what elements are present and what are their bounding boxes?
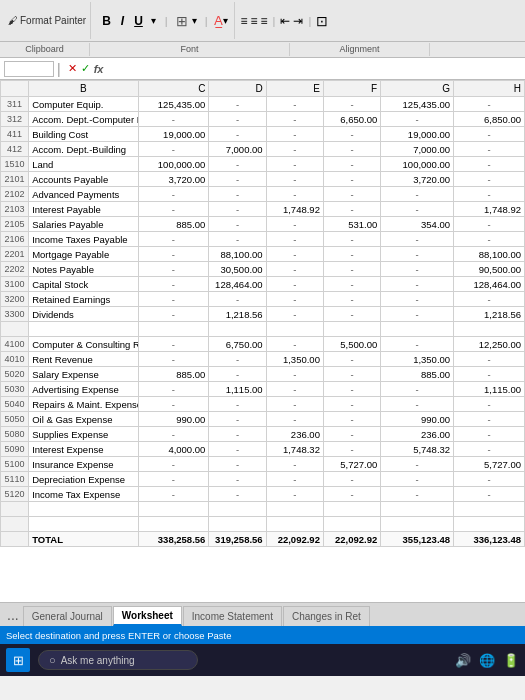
underline-dropdown[interactable]: ▾ xyxy=(151,15,156,26)
cell-e-25[interactable]: - xyxy=(266,472,323,487)
cell-f-0[interactable]: - xyxy=(323,97,380,112)
cell-h-9[interactable]: - xyxy=(454,232,525,247)
cell-b-25[interactable]: Depreciation Expense xyxy=(29,472,138,487)
cell-b-4[interactable]: Land xyxy=(29,157,138,172)
cell-e-23[interactable]: 1,748.32 xyxy=(266,442,323,457)
cell-c-4[interactable]: 100,000.00 xyxy=(138,157,209,172)
cell-e-14[interactable]: - xyxy=(266,307,323,322)
cell-b-1[interactable]: Accom. Dept.-Computer Equip. xyxy=(29,112,138,127)
cell-b-0[interactable]: Computer Equip. xyxy=(29,97,138,112)
cell-f-7[interactable]: - xyxy=(323,202,380,217)
cell-c-17[interactable]: - xyxy=(138,352,209,367)
cell-c-8[interactable]: 885.00 xyxy=(138,217,209,232)
cell-h-11[interactable]: 90,500.00 xyxy=(454,262,525,277)
cell-f-18[interactable]: - xyxy=(323,367,380,382)
cell-d-14[interactable]: 1,218.56 xyxy=(209,307,266,322)
cell-b-26[interactable]: Income Tax Expense xyxy=(29,487,138,502)
cell-c-21[interactable]: 990.00 xyxy=(138,412,209,427)
col-header-h[interactable]: H xyxy=(454,81,525,97)
grid-dropdown[interactable]: ▾ xyxy=(192,15,197,26)
cell-b-20[interactable]: Repairs & Maint. Expense xyxy=(29,397,138,412)
col-header-e[interactable]: E xyxy=(266,81,323,97)
cell-c-11[interactable]: - xyxy=(138,262,209,277)
col-header-f[interactable]: F xyxy=(323,81,380,97)
cell-d-19[interactable]: 1,115.00 xyxy=(209,382,266,397)
taskbar-battery-icon[interactable]: 🔋 xyxy=(503,653,519,668)
col-header-c[interactable]: C xyxy=(138,81,209,97)
bold-button[interactable]: B xyxy=(98,12,115,30)
cell-f-23[interactable]: - xyxy=(323,442,380,457)
cell-c-25[interactable]: - xyxy=(138,472,209,487)
cell-b-24[interactable]: Insurance Expense xyxy=(29,457,138,472)
cell-g-1[interactable]: - xyxy=(381,112,454,127)
cell-b-23[interactable]: Interest Expense xyxy=(29,442,138,457)
sheet-tab-2[interactable]: Income Statement xyxy=(183,606,282,626)
cell-c-18[interactable]: 885.00 xyxy=(138,367,209,382)
cell-g-27[interactable] xyxy=(381,502,454,517)
cell-e-8[interactable]: - xyxy=(266,217,323,232)
taskbar-network-icon[interactable]: 🌐 xyxy=(479,653,495,668)
cell-f-20[interactable]: - xyxy=(323,397,380,412)
cell-b-27[interactable] xyxy=(29,502,138,517)
cell-c-24[interactable]: - xyxy=(138,457,209,472)
cell-e-12[interactable]: - xyxy=(266,277,323,292)
cell-h-28[interactable] xyxy=(454,517,525,532)
cell-h-2[interactable]: - xyxy=(454,127,525,142)
cell-f-13[interactable]: - xyxy=(323,292,380,307)
cell-g-2[interactable]: 19,000.00 xyxy=(381,127,454,142)
cell-g-9[interactable]: - xyxy=(381,232,454,247)
cell-h-19[interactable]: 1,115.00 xyxy=(454,382,525,397)
cell-g-20[interactable]: - xyxy=(381,397,454,412)
cell-e-22[interactable]: 236.00 xyxy=(266,427,323,442)
cell-d-21[interactable]: - xyxy=(209,412,266,427)
sheet-tab-1[interactable]: Worksheet xyxy=(113,606,182,626)
cell-e-6[interactable]: - xyxy=(266,187,323,202)
cell-f-5[interactable]: - xyxy=(323,172,380,187)
cell-b-21[interactable]: Oil & Gas Expense xyxy=(29,412,138,427)
cell-f-10[interactable]: - xyxy=(323,247,380,262)
cell-e-9[interactable]: - xyxy=(266,232,323,247)
cell-f-24[interactable]: 5,727.00 xyxy=(323,457,380,472)
cell-c-1[interactable]: - xyxy=(138,112,209,127)
taskbar-speaker-icon[interactable]: 🔊 xyxy=(455,653,471,668)
cell-g-16[interactable]: - xyxy=(381,337,454,352)
cell-d-20[interactable]: - xyxy=(209,397,266,412)
cell-b-12[interactable]: Capital Stock xyxy=(29,277,138,292)
cell-b-15[interactable] xyxy=(29,322,138,337)
italic-button[interactable]: I xyxy=(117,12,128,30)
sheet-nav-left[interactable]: ··· xyxy=(4,610,22,626)
cell-c-12[interactable]: - xyxy=(138,277,209,292)
cell-c-26[interactable]: - xyxy=(138,487,209,502)
cell-f-26[interactable]: - xyxy=(323,487,380,502)
cell-b-8[interactable]: Salaries Payable xyxy=(29,217,138,232)
col-header-g[interactable]: G xyxy=(381,81,454,97)
cell-e-5[interactable]: - xyxy=(266,172,323,187)
cell-f-11[interactable]: - xyxy=(323,262,380,277)
cell-d-10[interactable]: 88,100.00 xyxy=(209,247,266,262)
font-color-dropdown[interactable]: ▾ xyxy=(223,15,228,26)
confirm-icon[interactable]: ✓ xyxy=(81,62,90,75)
cell-h-20[interactable]: - xyxy=(454,397,525,412)
cell-h-25[interactable]: - xyxy=(454,472,525,487)
cell-b-10[interactable]: Mortgage Payable xyxy=(29,247,138,262)
formula-input[interactable] xyxy=(107,62,521,76)
cell-f-1[interactable]: 6,650.00 xyxy=(323,112,380,127)
cell-h-15[interactable] xyxy=(454,322,525,337)
cell-g-6[interactable]: - xyxy=(381,187,454,202)
cell-c-10[interactable]: - xyxy=(138,247,209,262)
cell-e-24[interactable]: - xyxy=(266,457,323,472)
cell-b-13[interactable]: Retained Earnings xyxy=(29,292,138,307)
cell-b-28[interactable] xyxy=(29,517,138,532)
cell-c-20[interactable]: - xyxy=(138,397,209,412)
cell-e-16[interactable]: - xyxy=(266,337,323,352)
cell-e-21[interactable]: - xyxy=(266,412,323,427)
cell-d-9[interactable]: - xyxy=(209,232,266,247)
cell-reference-input[interactable] xyxy=(4,61,54,77)
cell-c-22[interactable]: - xyxy=(138,427,209,442)
cell-h-29[interactable]: 336,123.48 xyxy=(454,532,525,547)
cell-f-27[interactable] xyxy=(323,502,380,517)
cell-c-29[interactable]: 338,258.56 xyxy=(138,532,209,547)
cell-g-11[interactable]: - xyxy=(381,262,454,277)
cell-f-15[interactable] xyxy=(323,322,380,337)
sheet-tab-0[interactable]: General Journal xyxy=(23,606,112,626)
